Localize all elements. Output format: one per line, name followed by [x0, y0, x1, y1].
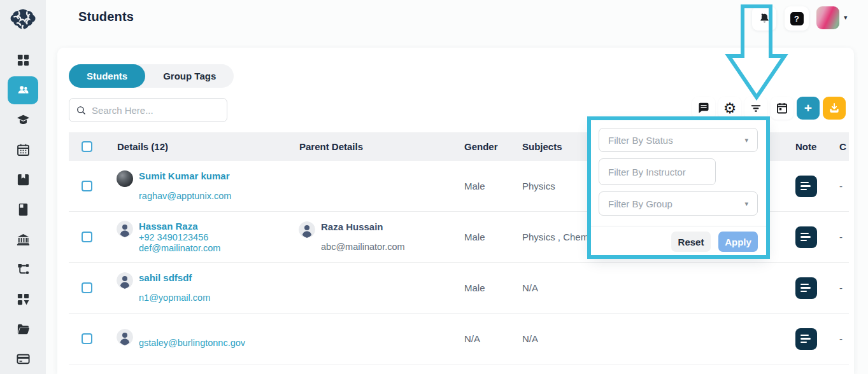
trailing-cell: -	[839, 333, 849, 344]
filter-by-status-placeholder: Filter By Status	[608, 135, 673, 146]
note-button[interactable]	[795, 176, 817, 197]
note-button[interactable]	[795, 226, 817, 248]
download-icon	[828, 102, 841, 114]
filter-button[interactable]	[744, 97, 767, 120]
toolbar: ⚙ +	[692, 97, 846, 120]
chevron-down-icon: ▾	[744, 136, 748, 144]
sidebar-item-archive[interactable]	[0, 165, 46, 195]
sidebar-item-library[interactable]	[0, 195, 46, 225]
bank-icon	[16, 232, 31, 247]
filter-by-group-placeholder: Filter By Group	[608, 198, 672, 209]
search-input[interactable]	[92, 105, 220, 116]
student-avatar[interactable]	[117, 272, 133, 289]
row-checkbox[interactable]	[82, 282, 92, 293]
calendar-icon	[776, 102, 788, 114]
student-name[interactable]: sahil sdfsdf	[139, 272, 210, 284]
subjects-cell: N/A	[518, 333, 664, 344]
sidebar-item-widgets[interactable]	[0, 284, 46, 314]
flow-icon	[16, 262, 31, 277]
tab-group-tags[interactable]: Group Tags	[145, 64, 234, 88]
filter-icon	[750, 102, 762, 114]
sidebar-item-institution[interactable]	[0, 225, 46, 254]
select-all-checkbox[interactable]	[82, 141, 92, 152]
help-button[interactable]: ?	[785, 6, 809, 31]
students-icon	[16, 83, 31, 97]
notifications-button[interactable]	[752, 6, 776, 31]
student-email[interactable]: def@mailinator.com	[139, 243, 220, 254]
filter-by-group-select[interactable]: Filter By Group ▾	[599, 191, 758, 216]
sidebar-item-files[interactable]	[0, 314, 46, 344]
table-row: gstaley@burlingtonnc.gov N/A N/A -	[69, 314, 849, 364]
student-avatar[interactable]	[117, 221, 133, 237]
gender-cell: N/A	[460, 333, 518, 344]
profile-caret-icon[interactable]: ▾	[844, 13, 848, 22]
sidebar-item-billing[interactable]	[0, 344, 46, 374]
profile-avatar[interactable]	[816, 6, 839, 29]
gender-cell: Male	[460, 232, 518, 242]
graduation-cap-icon	[16, 113, 31, 127]
trailing-cell: -	[839, 181, 849, 191]
column-header-note: Note	[785, 141, 839, 152]
sidebar-item-workflow[interactable]	[0, 254, 46, 284]
trailing-cell: -	[839, 232, 849, 242]
student-avatar[interactable]	[117, 170, 133, 187]
sidebar-item-instructors[interactable]	[0, 105, 46, 135]
settings-button[interactable]: ⚙	[718, 97, 741, 120]
note-button[interactable]	[795, 328, 817, 350]
row-checkbox[interactable]	[82, 333, 92, 344]
student-details-cell: Hassan Raza +92 3490123456 def@mailinato…	[106, 221, 288, 254]
gear-icon: ⚙	[723, 101, 737, 116]
schedule-button[interactable]	[771, 97, 793, 120]
person-placeholder-icon	[117, 272, 133, 289]
person-placeholder-icon	[117, 221, 133, 237]
student-email[interactable]: raghav@apptunix.com	[139, 191, 231, 202]
add-student-button[interactable]: +	[797, 97, 820, 120]
bell-icon	[758, 12, 771, 25]
brain-logo-icon[interactable]	[9, 5, 37, 33]
gender-cell: Male	[460, 282, 518, 293]
app-window: Students ? ▾ Students Group Tags	[0, 0, 868, 374]
chat-button[interactable]	[692, 97, 715, 120]
student-details-cell: Sumit Kumar kumar raghav@apptunix.com	[106, 170, 288, 202]
student-name[interactable]: Hassan Raza	[139, 221, 220, 232]
filter-by-status-select[interactable]: Filter By Status ▾	[599, 128, 758, 152]
column-header-trailing: C	[839, 141, 849, 152]
chevron-down-icon: ▾	[744, 200, 748, 208]
sidebar-item-students[interactable]	[0, 75, 46, 105]
subjects-cell: N/A	[518, 282, 664, 293]
folder-open-icon	[16, 322, 31, 336]
tab-students[interactable]: Students	[69, 64, 145, 88]
sidebar-nav	[0, 45, 46, 374]
sidebar-item-dashboard[interactable]	[0, 45, 46, 75]
column-header-gender: Gender	[460, 141, 518, 152]
chat-icon	[697, 102, 710, 114]
student-email[interactable]: gstaley@burlingtonnc.gov	[139, 338, 245, 349]
filter-panel: Filter By Status ▾ Filter By Group ▾ Res…	[591, 120, 766, 255]
download-button[interactable]	[823, 97, 846, 120]
search-icon	[76, 105, 87, 116]
panel-divider	[591, 226, 766, 226]
row-checkbox[interactable]	[82, 181, 92, 191]
row-checkbox[interactable]	[82, 232, 92, 242]
student-avatar[interactable]	[117, 329, 133, 345]
trailing-cell: -	[839, 282, 849, 293]
archive-box-icon	[16, 172, 31, 187]
column-header-parent-details: Parent Details	[288, 141, 460, 152]
parent-email: abc@mailinator.com	[321, 242, 405, 253]
student-name[interactable]: Sumit Kumar kumar	[139, 170, 231, 182]
note-button[interactable]	[795, 277, 817, 299]
calendar-icon	[16, 142, 31, 157]
gender-cell: Male	[460, 181, 518, 191]
person-placeholder-icon	[299, 221, 315, 238]
question-mark-icon: ?	[790, 12, 804, 25]
student-email[interactable]: n1@yopmail.com	[139, 293, 210, 303]
person-placeholder-icon	[117, 329, 133, 345]
reset-button[interactable]: Reset	[671, 232, 711, 252]
book-icon	[16, 202, 31, 217]
search-box	[69, 98, 227, 122]
apply-button[interactable]: Apply	[718, 232, 758, 252]
parent-name: Raza Hussain	[321, 221, 405, 233]
sidebar-item-calendar[interactable]	[0, 135, 46, 165]
filter-by-instructor-input[interactable]	[599, 158, 716, 185]
parent-avatar[interactable]	[299, 221, 315, 238]
